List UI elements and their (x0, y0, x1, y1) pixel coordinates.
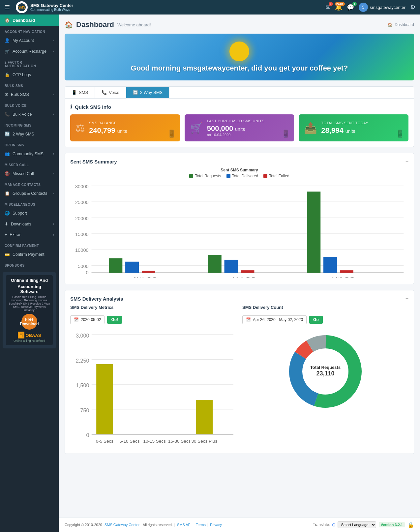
delivery-grid: SMS Delivery Metrics 📅 2020-05-02 Go! 3,… (70, 305, 408, 448)
info-icon: ℹ (70, 104, 72, 110)
sidebar-item-confirm-payment[interactable]: 💳 Confirm Payment (0, 249, 59, 260)
secure-icon: 🔒 (407, 522, 414, 528)
count-date-value: Apr 26, 2020 - May 02, 2020 (253, 317, 303, 322)
obaas-tagline: Online Billing Redefined (9, 339, 50, 342)
username: smsgatewaycenter (370, 5, 405, 10)
breadcrumb-label: Dashboard (395, 22, 414, 27)
sidebar-item-bulk-sms[interactable]: ✉ Bulk SMS › (0, 89, 59, 100)
chevron-icon: › (53, 39, 54, 42)
copyright: Copyright © 2010-2020 (65, 523, 102, 527)
sidebar-section-incoming: INCOMING SMS (0, 120, 59, 129)
count-go-button[interactable]: Go (309, 316, 323, 324)
sms-balance-card: ⚖ SMS BALANCE 240,799 units 📱 (70, 114, 180, 141)
privacy-link[interactable]: Privacy (210, 523, 222, 527)
minimize-icon[interactable]: − (405, 159, 408, 164)
tab-voice[interactable]: 📞 Voice (95, 87, 126, 98)
mail-badge: 0 (329, 2, 333, 6)
footer: Copyright © 2010-2020 SMS Gateway Center… (59, 517, 420, 532)
bulk-sms-label: Bulk SMS (11, 92, 29, 97)
sidebar-dashboard[interactable]: 🏠 Dashboard (0, 15, 59, 26)
info-cards: ⚖ SMS BALANCE 240,799 units 📱 🛒 LAST PUR… (70, 114, 408, 141)
donut-svg: Total Requests 23,110 (283, 329, 368, 414)
chevron-icon: › (53, 49, 54, 53)
sidebar-item-account-recharge[interactable]: 🛒 Account Recharge › (0, 46, 59, 57)
purchased-sub: on 16-04-2020 (207, 133, 289, 137)
svg-text:3,000: 3,000 (76, 333, 89, 339)
extras-icon: + (5, 232, 7, 237)
payment-icon: 💳 (5, 252, 10, 257)
sidebar-item-missed-call[interactable]: 📵 Missed Call › (0, 168, 59, 179)
footer-company-link[interactable]: SMS Gateway Center. (105, 523, 140, 527)
svg-rect-46 (196, 400, 213, 434)
bell-icon[interactable]: 🔔 241K (335, 4, 342, 11)
tab-2way-sms[interactable]: 🔄 2 Way SMS (126, 87, 169, 98)
sms-api-link[interactable]: SMS API (177, 523, 192, 527)
delivery-metrics-col: SMS Delivery Metrics 📅 2020-05-02 Go! 3,… (70, 305, 236, 448)
sent-label: TOTAL SMS SENT TODAY (321, 121, 403, 125)
terms-link[interactable]: Terms (196, 523, 206, 527)
tab-sms[interactable]: 📱 SMS (65, 87, 95, 98)
language-select[interactable]: Select Language (338, 521, 376, 528)
missed-call-label: Missed Call (13, 171, 34, 176)
svg-rect-24 (307, 192, 320, 273)
downloads-icon: ⬇ (5, 222, 8, 226)
mail-icon[interactable]: ✉ 0 (325, 4, 330, 11)
sidebar-item-2way-sms[interactable]: 🔄 2 Way SMS (0, 129, 59, 139)
legend-requests: Total Requests (189, 174, 221, 178)
google-translate-icon: G (332, 522, 336, 527)
dashboard-label: Dashboard (13, 18, 35, 23)
phone-icon-3: 📱 (396, 130, 405, 138)
minimize-icon-2[interactable]: − (405, 296, 408, 302)
purchased-label: LAST PURCHASED SMS UNITS (207, 119, 289, 123)
svg-text:0: 0 (86, 270, 89, 275)
svg-text:2,250: 2,250 (76, 358, 89, 364)
balance-value: 240,799 units (89, 126, 175, 135)
missed-call-icon: 📵 (5, 171, 10, 176)
svg-text:Total Requests: Total Requests (310, 365, 341, 370)
2way-tab-icon: 🔄 (133, 90, 138, 95)
svg-text:750: 750 (80, 407, 89, 413)
svg-text:15000: 15000 (75, 232, 89, 237)
sidebar-item-community[interactable]: 👥 Community SMS › (0, 148, 59, 159)
sidebar-item-groups-contacts[interactable]: 📋 Groups & Contacts › (0, 188, 59, 199)
chevron-icon: › (53, 93, 54, 96)
footer-right: Translate: G Select Language Version 3.2… (313, 521, 414, 528)
sponsor-ad[interactable]: Online Billing And Accounting Software H… (6, 275, 53, 345)
home-icon: 🏠 (388, 22, 393, 27)
svg-rect-17 (125, 262, 139, 273)
svg-text:15-30 Secs: 15-30 Secs (168, 439, 191, 444)
svg-rect-25 (323, 257, 337, 273)
ad-title2: Accounting Software (9, 284, 50, 294)
sidebar-item-extras[interactable]: + Extras › (0, 229, 59, 240)
bar-chart: 30000 25000 20000 15000 10000 5000 0 (70, 181, 408, 279)
sidebar-item-otp-logs[interactable]: 🔒 OTP Logs (0, 69, 59, 80)
svg-text:20000: 20000 (75, 216, 89, 221)
topnav-left: ☰ SMS SMS Gateway Center Communicating B… (5, 1, 73, 13)
metrics-date-row: 📅 2020-05-02 Go! (70, 315, 236, 324)
sidebar-item-my-account[interactable]: 👤 My Account › (0, 35, 59, 46)
metrics-go-button[interactable]: Go! (107, 316, 122, 324)
footer-rights: All rights reserved. (143, 523, 173, 527)
legend-delivered: Total Delivered (226, 174, 258, 178)
user-menu[interactable]: S smsgatewaycenter (359, 3, 405, 12)
sms-icon[interactable]: 💬 1 (347, 4, 354, 11)
settings-icon[interactable]: ⚙ (410, 4, 415, 11)
phone-icon-2: 📱 (281, 130, 290, 138)
welcome-banner: Good morning smsgatewaycenter, did you g… (65, 34, 414, 80)
count-date-input[interactable]: 📅 Apr 26, 2020 - May 02, 2020 (242, 315, 307, 324)
send-icon: 📤 (304, 122, 317, 134)
support-label: Support (13, 211, 27, 216)
contacts-icon: 📋 (5, 191, 10, 196)
sidebar-item-downloads[interactable]: ⬇ Downloads › (0, 219, 59, 229)
sms-tab-icon: 📱 (72, 90, 77, 95)
community-label: Community SMS (13, 152, 44, 156)
sidebar-item-support[interactable]: 🌐 Support (0, 208, 59, 219)
app-tagline: Communicating Both Ways (30, 8, 73, 12)
svg-text:30 Secs Plus: 30 Secs Plus (191, 439, 217, 444)
hamburger-menu[interactable]: ☰ (5, 4, 10, 11)
legend-dot-requests (189, 174, 193, 178)
obaas-brand: OBAAS (26, 333, 41, 338)
metrics-date-input[interactable]: 📅 2020-05-02 (70, 315, 105, 324)
sidebar-item-bulk-voice[interactable]: 📞 Bulk Voice › (0, 109, 59, 120)
metrics-date-value: 2020-05-02 (81, 317, 101, 322)
